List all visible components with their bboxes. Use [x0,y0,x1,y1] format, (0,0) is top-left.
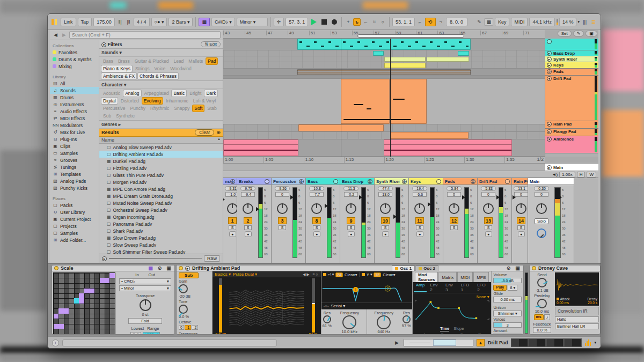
pan-knob[interactable] [414,203,425,214]
filter1-toggle[interactable] [323,273,326,276]
wt-position-slider[interactable] [312,278,315,333]
track-header[interactable]: ▾ Ambience [545,136,598,153]
scale-grid-cell[interactable] [54,314,58,319]
stop-button[interactable] [321,19,327,25]
result-item[interactable]: ▦ Organ Incoming.adg [99,213,223,220]
fader-arrow[interactable] [223,197,225,202]
peak-level[interactable]: -5.83 [481,186,496,191]
filter-tag[interactable]: Mallets [187,58,204,64]
app-logo-icon[interactable] [52,19,57,25]
track-activator[interactable]: 10 [381,217,390,224]
fader-arrow[interactable] [256,207,259,211]
pan-knob[interactable] [449,203,459,214]
sidebar-places-item[interactable]: ⊙ User Library [50,209,99,216]
sidebar-places-item[interactable]: ▢ Packs [50,202,99,209]
predelay-value[interactable]: 10.0 ms [535,309,550,314]
solo-button[interactable]: S [485,225,492,230]
sounds-section-header[interactable]: Sounds ▾ [99,49,223,57]
ir-file-select[interactable]: Berliner Hall LR [555,323,599,329]
track-fold-icon[interactable]: ▸ [547,129,552,134]
sub-gain-knob[interactable] [179,284,188,293]
tempo-field[interactable]: 175.00 [93,18,115,26]
pencil-icon[interactable]: ✎ [573,31,584,36]
ms-toggle[interactable]: ms [534,314,544,320]
track-activator[interactable]: 13 [484,217,493,224]
scale-keys-icon[interactable]: ▦ [199,18,210,26]
clip[interactable] [373,51,384,56]
mixer-track-header[interactable]: Bass [306,178,340,185]
track-activator[interactable]: 12 [450,217,458,224]
mixer-strip[interactable]: Keys -19.4 -6.6 11 S ● 6 0 6 [409,178,443,263]
mixer-fold-icon[interactable] [265,179,269,184]
record-button[interactable] [332,19,337,25]
arm-button[interactable]: ● [518,231,525,237]
clip[interactable] [343,119,411,120]
cue-volume-knob[interactable] [537,228,546,238]
output-meter-icon[interactable] [585,339,591,346]
clip[interactable] [384,139,513,156]
peak-level[interactable]: -13.1 [514,186,528,191]
track-activator[interactable]: 9 [347,217,355,224]
scale-grid-cell[interactable] [58,308,63,313]
lowest-value[interactable]: C-2 [130,332,141,335]
result-item[interactable]: ▢ Panorama Pad.adv [99,220,223,227]
res1-knob[interactable] [323,315,331,323]
arrangement-position[interactable]: 57. 3. 1 [286,18,308,26]
scale-grid-cell[interactable] [109,273,114,278]
octave-0[interactable]: 0 [179,325,184,330]
track-header[interactable]: ▸ Synth Riser [545,56,598,62]
filter-tag[interactable]: Lead [172,58,185,64]
track-header[interactable]: ⊙ Pads [545,69,598,76]
computer-midi-keyboard-icon[interactable]: ▦ [484,18,493,26]
peak-level[interactable]: -19.4 [412,186,427,191]
metronome-toggle[interactable]: ○● ▾ [151,18,167,26]
fader-arrow[interactable] [290,195,294,200]
arm-button[interactable]: ● [485,231,492,237]
clip[interactable] [390,132,469,139]
scale-grid-cell[interactable] [100,278,105,283]
show-clip-button[interactable]: ▲ [477,339,485,346]
device-on-toggle[interactable] [54,266,58,270]
clip-play-icon[interactable]: ▶ [393,340,400,345]
lock-icon[interactable]: ▣ [586,31,597,36]
wt-category-select[interactable]: Basics ▾ [215,272,231,277]
filter-routing-select[interactable]: Serial ▾ [331,304,345,308]
track-fold-icon[interactable] [547,39,552,44]
freq2-knob[interactable] [377,315,391,329]
scale-grid-cell[interactable] [84,289,89,293]
arm-button[interactable]: ● [229,231,236,237]
mixer-strip[interactable]: Drift Pad -5.83 0 13 S ● 6 0 [478,178,512,263]
mixer-track-header[interactable]: Percussion ⊙ [272,178,305,185]
solo-button[interactable]: S [279,225,286,230]
filter-tag[interactable]: Woodwind [169,65,193,72]
draw-mode-icon[interactable]: ✎ [475,19,482,25]
track-fold-icon[interactable]: ▸ [547,63,552,68]
sidebar-library-item[interactable]: ▧ Analog Pads [50,178,99,184]
filter-tag[interactable]: Chords & Phrases [138,73,178,79]
midi-map-button[interactable]: MIDI [511,18,528,26]
volume-field[interactable]: 0 [535,192,548,197]
volume-field[interactable]: 0 [514,192,528,197]
set-button[interactable]: Set [558,31,572,36]
fader-arrow[interactable] [359,195,362,200]
solo-button[interactable]: S [229,225,236,230]
save-preset-icon[interactable]: ▣ [165,265,172,271]
peak-level[interactable]: -10.8 [309,186,324,191]
info-view-icon[interactable]: i [52,339,59,346]
result-item[interactable]: ▦ MPE Dream Grain Drone.adg [99,193,223,200]
peak-level[interactable]: -5.84 [447,186,462,191]
nudge-up-icon[interactable]: |‖ [125,19,132,25]
browser-back-button[interactable]: ◀ [52,32,59,38]
scale-mode-select[interactable]: ▪ Minor ▾ [119,285,171,291]
mixer-strip[interactable]: Breaks -9.75 -9.4 2 S ● 6 0 6 [237,178,272,263]
feedback-value[interactable]: 0.0 % [533,327,551,333]
result-item[interactable]: ▢ Slow Sweep Pad.adv [99,241,223,248]
clip-overview[interactable] [404,339,473,346]
play-button[interactable] [311,19,317,25]
mixer-strip-main[interactable]: Main -0.30 0 Solo 6 0 6 12 18 24 30 36 4… [528,178,574,263]
filter-display[interactable]: 1 2 [321,278,412,302]
mixer-fold-icon[interactable] [527,179,528,184]
browser-forward-button[interactable]: ▶ [61,32,68,38]
result-item[interactable]: ▢ Drifting Ambient Pad.adv [99,151,223,158]
subtab-lfo1[interactable]: LFO 1 [459,283,474,292]
